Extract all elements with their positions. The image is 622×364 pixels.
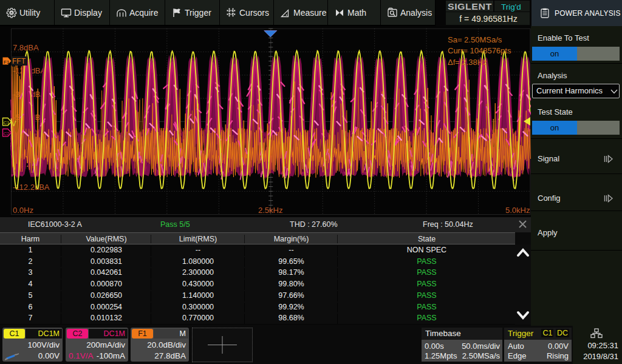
svg-text:7.8dBA: 7.8dBA [13, 43, 39, 52]
svg-text:5.0kHz: 5.0kHz [505, 206, 530, 215]
svg-text:Δf= 2.38Hz: Δf= 2.38Hz [448, 58, 487, 67]
svg-text:0.0Hz: 0.0Hz [13, 206, 33, 215]
svg-text:FFT: FFT [12, 57, 26, 66]
svg-text:Curr= 1048576pts: Curr= 1048576pts [448, 46, 511, 55]
svg-text:2.5kHz: 2.5kHz [258, 206, 282, 215]
svg-text:C2: C2 [4, 131, 10, 136]
svg-text:C1: C1 [4, 120, 10, 126]
svg-text:V: V [12, 120, 16, 128]
svg-text:F1: F1 [4, 59, 10, 65]
svg-text:Sa= 2.50MSa/s: Sa= 2.50MSa/s [448, 35, 502, 44]
